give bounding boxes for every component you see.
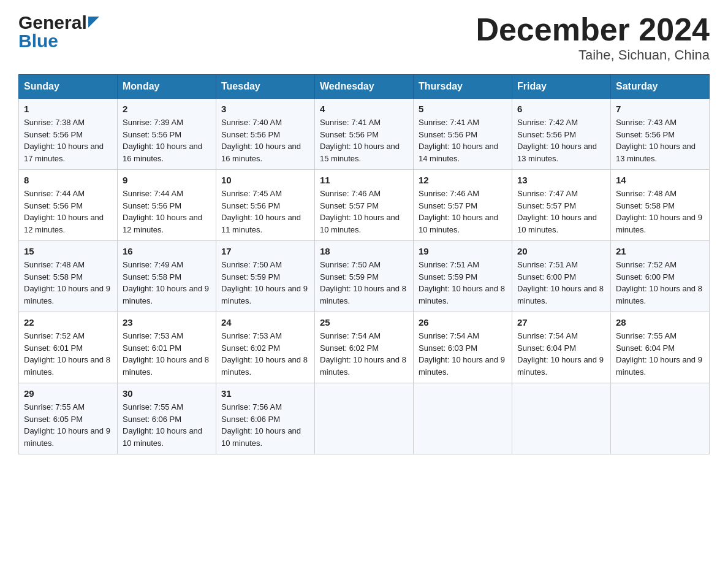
day-number: 9 <box>123 175 211 185</box>
day-number: 12 <box>419 175 507 185</box>
day-number: 18 <box>320 246 408 256</box>
day-info: Sunrise: 7:53 AMSunset: 6:02 PMDaylight:… <box>221 330 309 378</box>
logo-blue-text: Blue <box>18 31 58 52</box>
calendar-cell: 5Sunrise: 7:41 AMSunset: 5:56 PMDaylight… <box>414 99 512 170</box>
calendar-header-row: SundayMondayTuesdayWednesdayThursdayFrid… <box>19 75 710 99</box>
calendar-week-row: 8Sunrise: 7:44 AMSunset: 5:56 PMDaylight… <box>19 170 710 241</box>
calendar-cell: 14Sunrise: 7:48 AMSunset: 5:58 PMDayligh… <box>611 170 710 241</box>
header-monday: Monday <box>118 75 216 99</box>
day-info: Sunrise: 7:41 AMSunset: 5:56 PMDaylight:… <box>419 117 507 164</box>
svg-marker-0 <box>88 17 99 28</box>
day-info: Sunrise: 7:48 AMSunset: 5:58 PMDaylight:… <box>24 259 112 307</box>
day-info: Sunrise: 7:43 AMSunset: 5:56 PMDaylight:… <box>616 117 704 164</box>
calendar-cell: 7Sunrise: 7:43 AMSunset: 5:56 PMDaylight… <box>611 99 710 170</box>
day-number: 16 <box>123 246 211 256</box>
title-block: December 2024 Taihe, Sichuan, China <box>476 12 710 63</box>
calendar-cell: 10Sunrise: 7:45 AMSunset: 5:56 PMDayligh… <box>216 170 315 241</box>
day-number: 3 <box>221 104 309 114</box>
calendar-cell: 21Sunrise: 7:52 AMSunset: 6:00 PMDayligh… <box>611 241 710 312</box>
day-info: Sunrise: 7:41 AMSunset: 5:56 PMDaylight:… <box>320 117 408 164</box>
calendar-cell <box>315 383 414 454</box>
day-info: Sunrise: 7:51 AMSunset: 6:00 PMDaylight:… <box>517 259 605 307</box>
day-info: Sunrise: 7:47 AMSunset: 5:57 PMDaylight:… <box>517 188 605 236</box>
day-info: Sunrise: 7:52 AMSunset: 6:01 PMDaylight:… <box>24 330 112 378</box>
day-info: Sunrise: 7:38 AMSunset: 5:56 PMDaylight:… <box>24 117 112 164</box>
calendar-table: SundayMondayTuesdayWednesdayThursdayFrid… <box>18 74 710 454</box>
day-info: Sunrise: 7:54 AMSunset: 6:02 PMDaylight:… <box>320 330 408 378</box>
day-number: 1 <box>24 104 112 114</box>
header-tuesday: Tuesday <box>216 75 315 99</box>
calendar-cell: 31Sunrise: 7:56 AMSunset: 6:06 PMDayligh… <box>216 383 315 454</box>
day-number: 24 <box>221 317 309 327</box>
day-number: 2 <box>123 104 211 114</box>
calendar-week-row: 22Sunrise: 7:52 AMSunset: 6:01 PMDayligh… <box>19 312 710 383</box>
calendar-cell: 9Sunrise: 7:44 AMSunset: 5:56 PMDaylight… <box>118 170 216 241</box>
day-number: 23 <box>123 317 211 327</box>
header-thursday: Thursday <box>414 75 512 99</box>
calendar-cell: 18Sunrise: 7:50 AMSunset: 5:59 PMDayligh… <box>315 241 414 312</box>
calendar-cell: 17Sunrise: 7:50 AMSunset: 5:59 PMDayligh… <box>216 241 315 312</box>
day-number: 11 <box>320 175 408 185</box>
calendar-cell: 6Sunrise: 7:42 AMSunset: 5:56 PMDaylight… <box>512 99 611 170</box>
day-info: Sunrise: 7:53 AMSunset: 6:01 PMDaylight:… <box>123 330 211 378</box>
day-number: 25 <box>320 317 408 327</box>
day-info: Sunrise: 7:44 AMSunset: 5:56 PMDaylight:… <box>123 188 211 236</box>
day-number: 8 <box>24 175 112 185</box>
day-number: 6 <box>517 104 605 114</box>
day-info: Sunrise: 7:54 AMSunset: 6:03 PMDaylight:… <box>419 330 507 378</box>
logo: General Blue <box>18 12 99 52</box>
calendar-cell: 13Sunrise: 7:47 AMSunset: 5:57 PMDayligh… <box>512 170 611 241</box>
calendar-cell: 22Sunrise: 7:52 AMSunset: 6:01 PMDayligh… <box>19 312 118 383</box>
calendar-week-row: 29Sunrise: 7:55 AMSunset: 6:05 PMDayligh… <box>19 383 710 454</box>
day-number: 17 <box>221 246 309 256</box>
page-header: General Blue December 2024 Taihe, Sichua… <box>18 12 710 63</box>
day-number: 30 <box>123 388 211 399</box>
calendar-cell: 1Sunrise: 7:38 AMSunset: 5:56 PMDaylight… <box>19 99 118 170</box>
day-info: Sunrise: 7:46 AMSunset: 5:57 PMDaylight:… <box>320 188 408 236</box>
calendar-cell <box>512 383 611 454</box>
header-friday: Friday <box>512 75 611 99</box>
day-info: Sunrise: 7:49 AMSunset: 5:58 PMDaylight:… <box>123 259 211 307</box>
day-info: Sunrise: 7:42 AMSunset: 5:56 PMDaylight:… <box>517 117 605 164</box>
day-number: 10 <box>221 175 309 185</box>
page-title: December 2024 <box>476 12 710 47</box>
day-number: 15 <box>24 246 112 256</box>
day-info: Sunrise: 7:50 AMSunset: 5:59 PMDaylight:… <box>320 259 408 307</box>
calendar-cell: 29Sunrise: 7:55 AMSunset: 6:05 PMDayligh… <box>19 383 118 454</box>
calendar-cell: 8Sunrise: 7:44 AMSunset: 5:56 PMDaylight… <box>19 170 118 241</box>
header-wednesday: Wednesday <box>315 75 414 99</box>
day-number: 14 <box>616 175 704 185</box>
calendar-cell: 24Sunrise: 7:53 AMSunset: 6:02 PMDayligh… <box>216 312 315 383</box>
day-number: 27 <box>517 317 605 327</box>
calendar-cell: 4Sunrise: 7:41 AMSunset: 5:56 PMDaylight… <box>315 99 414 170</box>
calendar-cell: 16Sunrise: 7:49 AMSunset: 5:58 PMDayligh… <box>118 241 216 312</box>
logo-general-text: General <box>18 12 87 33</box>
calendar-cell: 19Sunrise: 7:51 AMSunset: 5:59 PMDayligh… <box>414 241 512 312</box>
day-number: 19 <box>419 246 507 256</box>
day-info: Sunrise: 7:46 AMSunset: 5:57 PMDaylight:… <box>419 188 507 236</box>
header-saturday: Saturday <box>611 75 710 99</box>
day-number: 4 <box>320 104 408 114</box>
calendar-cell: 30Sunrise: 7:55 AMSunset: 6:06 PMDayligh… <box>118 383 216 454</box>
calendar-week-row: 15Sunrise: 7:48 AMSunset: 5:58 PMDayligh… <box>19 241 710 312</box>
calendar-cell <box>414 383 512 454</box>
calendar-cell: 23Sunrise: 7:53 AMSunset: 6:01 PMDayligh… <box>118 312 216 383</box>
day-number: 20 <box>517 246 605 256</box>
day-info: Sunrise: 7:44 AMSunset: 5:56 PMDaylight:… <box>24 188 112 236</box>
logo-arrow-icon <box>88 17 99 30</box>
day-number: 5 <box>419 104 507 114</box>
day-info: Sunrise: 7:55 AMSunset: 6:04 PMDaylight:… <box>616 330 704 378</box>
day-info: Sunrise: 7:50 AMSunset: 5:59 PMDaylight:… <box>221 259 309 307</box>
day-number: 21 <box>616 246 704 256</box>
calendar-week-row: 1Sunrise: 7:38 AMSunset: 5:56 PMDaylight… <box>19 99 710 170</box>
page-subtitle: Taihe, Sichuan, China <box>476 47 710 63</box>
header-sunday: Sunday <box>19 75 118 99</box>
calendar-cell: 26Sunrise: 7:54 AMSunset: 6:03 PMDayligh… <box>414 312 512 383</box>
calendar-cell: 27Sunrise: 7:54 AMSunset: 6:04 PMDayligh… <box>512 312 611 383</box>
day-info: Sunrise: 7:51 AMSunset: 5:59 PMDaylight:… <box>419 259 507 307</box>
calendar-cell: 3Sunrise: 7:40 AMSunset: 5:56 PMDaylight… <box>216 99 315 170</box>
day-number: 7 <box>616 104 704 114</box>
day-info: Sunrise: 7:55 AMSunset: 6:05 PMDaylight:… <box>24 401 112 449</box>
day-number: 13 <box>517 175 605 185</box>
day-info: Sunrise: 7:54 AMSunset: 6:04 PMDaylight:… <box>517 330 605 378</box>
